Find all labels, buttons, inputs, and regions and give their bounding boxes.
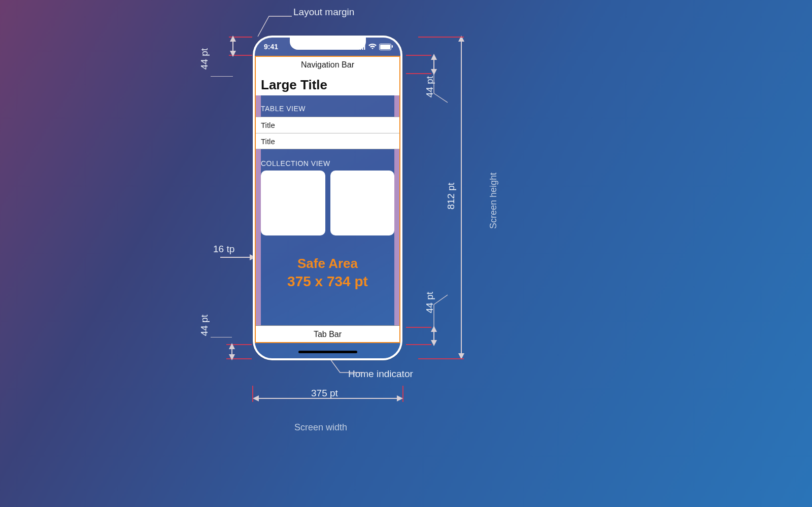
- diagram-stage: Layout margin 44 pt 44 pt 44 pt 44 pt 16…: [0, 0, 812, 507]
- arrow-icon: [431, 340, 437, 346]
- dim-status-bar: 44 pt: [199, 48, 210, 70]
- arrow-icon: [229, 354, 235, 360]
- layout-margin-left: [255, 56, 261, 343]
- ext-line: [211, 76, 233, 77]
- arrow-icon: [230, 51, 236, 57]
- large-title-text: Large Title: [261, 77, 327, 93]
- phone-screen: 9:41 Navigation Bar Large Title: [255, 38, 400, 358]
- navigation-bar[interactable]: Navigation Bar: [255, 56, 400, 75]
- dim-home-indicator: 44 pt: [199, 315, 210, 336]
- wifi-icon: [368, 44, 377, 50]
- dim-layout-margin: 16 tp: [213, 244, 234, 255]
- table-row-title: Title: [261, 137, 275, 146]
- collection-cell[interactable]: [261, 171, 325, 235]
- navigation-bar-label: Navigation Bar: [301, 60, 354, 70]
- red-guide: [406, 327, 431, 328]
- status-bar: 9:41: [255, 38, 400, 56]
- svg-rect-3: [364, 44, 365, 50]
- table-row[interactable]: Title: [255, 133, 400, 149]
- callout-line: [433, 294, 454, 328]
- dim-screen-width: 375 pt: [311, 388, 338, 399]
- signal-icon: [358, 44, 366, 50]
- label-screen-width: Screen width: [294, 422, 347, 433]
- dim-line-screen-height: [461, 37, 462, 358]
- arrow-icon: [431, 54, 437, 60]
- safe-area-size: 375 x 734 pt: [255, 274, 400, 290]
- table-row[interactable]: Title: [255, 117, 400, 133]
- status-right: [358, 44, 391, 50]
- red-guide: [418, 37, 464, 38]
- arrow-icon: [397, 395, 403, 401]
- dim-screen-height: 812 pt: [446, 183, 457, 210]
- red-guide: [418, 358, 464, 359]
- status-time: 9:41: [264, 43, 278, 51]
- layout-margin-right: [394, 56, 400, 343]
- callout-line: [433, 73, 454, 104]
- tab-bar-label: Tab Bar: [314, 330, 342, 339]
- dim-line: [220, 257, 253, 258]
- table-view: Title Title: [255, 117, 400, 149]
- safe-area-caption: Safe Area 375 x 734 pt: [255, 256, 400, 290]
- red-guide: [406, 344, 431, 345]
- table-view-header: TABLE VIEW: [261, 105, 306, 113]
- collection-cell[interactable]: [330, 171, 395, 235]
- arrow-icon: [230, 36, 236, 42]
- red-guide: [406, 73, 431, 74]
- red-guide: [406, 55, 431, 56]
- tab-bar[interactable]: Tab Bar: [255, 325, 400, 343]
- phone-frame: 9:41 Navigation Bar Large Title: [253, 36, 402, 360]
- svg-rect-1: [360, 47, 361, 50]
- ext-line: [211, 337, 232, 337]
- svg-rect-2: [362, 46, 363, 50]
- collection-view: [261, 171, 394, 235]
- arrow-icon: [253, 395, 259, 401]
- collection-view-header: COLLECTION VIEW: [261, 159, 330, 167]
- table-row-title: Title: [261, 121, 275, 129]
- safe-area-title: Safe Area: [255, 256, 400, 272]
- home-indicator[interactable]: [298, 351, 357, 353]
- label-screen-height: Screen height: [488, 173, 499, 229]
- svg-rect-0: [358, 48, 359, 50]
- large-title: Large Title: [255, 74, 400, 95]
- arrow-icon: [229, 343, 235, 349]
- battery-icon: [379, 44, 391, 50]
